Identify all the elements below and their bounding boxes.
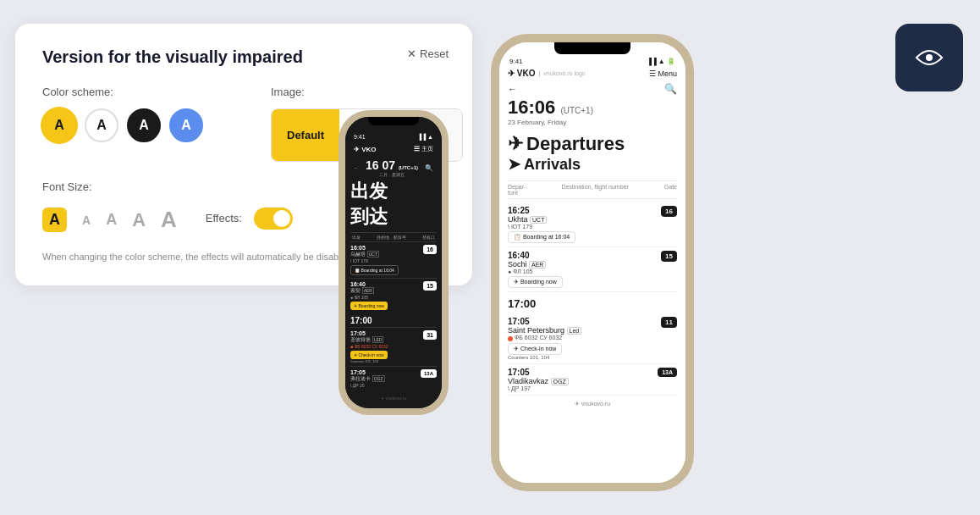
effects-toggle[interactable] [254, 208, 293, 230]
time-display-right: 16:06 (UTC+1) [508, 97, 677, 119]
time-section-light: 17:00 [508, 297, 677, 310]
notch-left [368, 117, 419, 125]
font-option-2[interactable]: A [82, 213, 91, 227]
font-option-1[interactable]: A [42, 208, 67, 232]
flight-row-dark-1: 16:05 乌赫塔 UCT \ IOT 179 📋 Boarding at 16… [350, 241, 437, 278]
date-display-right: 23 February, Friday [508, 119, 677, 126]
color-options: A A A A [42, 108, 203, 142]
phone-frame-left: 9:41 ▐▐ ▲ ✈ VKO ☰ 主页 ← 16 07 (UTC+1) 二月，… [339, 110, 449, 415]
flight-row-dark-3: 17:05 圣彼得堡 LED ■ ФБ 6032 СУ 6032 ✈ Check… [350, 327, 437, 366]
image-label: Image: [271, 86, 463, 98]
flight-row-light-4: 17:05 Vladikavkaz OGZ \ ДР 197 13A [508, 364, 677, 396]
notch-right [554, 42, 630, 54]
phone-header-dark: ✈ VKO ☰ 主页 [350, 143, 437, 155]
svg-point-0 [926, 54, 933, 61]
image-option-default[interactable]: Default [272, 109, 339, 161]
departures-title: ✈ Departures [508, 133, 677, 155]
effects-label: Effects: [206, 212, 242, 224]
footer-right: ✈ vnukovo.ru [508, 401, 677, 407]
flight-row-dark-4: 17:05 弗拉迪卡 OGZ \ ДР 20 13A [350, 366, 437, 390]
arrivals-chinese: 到达 [350, 206, 437, 228]
table-header: Depar-ture Destination, flight number Ga… [508, 180, 677, 199]
accessibility-eye-button[interactable] [895, 24, 963, 91]
phone-right: 9:41 ▐▐ ▲ 🔋 ✈ VKO | vnukovo.ru logo ☰ Me… [491, 34, 694, 491]
color-option-white[interactable]: A [85, 108, 118, 142]
font-option-5[interactable]: A [161, 207, 177, 233]
departures-arrivals: ✈ Departures ➤ Arrivals [508, 133, 677, 174]
color-option-black[interactable]: A [127, 108, 161, 142]
phone-screen-dark: 9:41 ▐▐ ▲ ✈ VKO ☰ 主页 ← 16 07 (UTC+1) 二月，… [345, 117, 442, 408]
reset-button[interactable]: ✕ Reset [407, 47, 449, 60]
vko-header-light: ✈ VKO | vnukovo.ru logo ☰ Menu [508, 69, 677, 78]
menu-button-right: ☰ Menu [649, 69, 677, 78]
color-option-yellow[interactable]: A [42, 108, 76, 142]
font-options: A A A A A [42, 207, 177, 233]
flight-row-light-3: 17:05 Saint Petersburg Led ФБ 6032 СУ 60… [508, 313, 677, 363]
time-section-dark: 17:00 [350, 316, 437, 325]
close-icon: ✕ [407, 47, 416, 60]
phone-frame-right: 9:41 ▐▐ ▲ 🔋 ✈ VKO | vnukovo.ru logo ☰ Me… [491, 34, 694, 491]
status-bar-right: 9:41 ▐▐ ▲ 🔋 [508, 58, 677, 65]
phone-left: 9:41 ▐▐ ▲ ✈ VKO ☰ 主页 ← 16 07 (UTC+1) 二月，… [339, 110, 449, 415]
status-bar-left: 9:41 ▐▐ ▲ [350, 134, 437, 140]
reset-label: Reset [420, 47, 449, 60]
departures-chinese: 出发 [350, 180, 437, 202]
flight-row-light-2: 16:40 Sochi AER ● ФЛ 105 ✈ Boarding now … [508, 247, 677, 292]
flight-row-dark-2: 16:40 索契 AER ● ФЛ 105 ✈ Boarding now 15 [350, 278, 437, 313]
panel-title: Version for the visually impaired [42, 47, 445, 67]
color-scheme-label: Color scheme: [42, 86, 203, 98]
flight-row-light-1: 16:25 Ukhta UCT \ IOT 179 📋 Boarding at … [508, 202, 677, 247]
font-option-3[interactable]: A [106, 211, 117, 229]
eye-icon [914, 42, 944, 73]
arrivals-title: ➤ Arrivals [508, 155, 677, 174]
font-option-4[interactable]: A [132, 209, 146, 231]
phone-screen-light: 9:41 ▐▐ ▲ 🔋 ✈ VKO | vnukovo.ru logo ☰ Me… [499, 42, 685, 483]
color-option-blue[interactable]: A [169, 108, 203, 142]
color-scheme-section: Color scheme: A A A A [42, 86, 203, 142]
